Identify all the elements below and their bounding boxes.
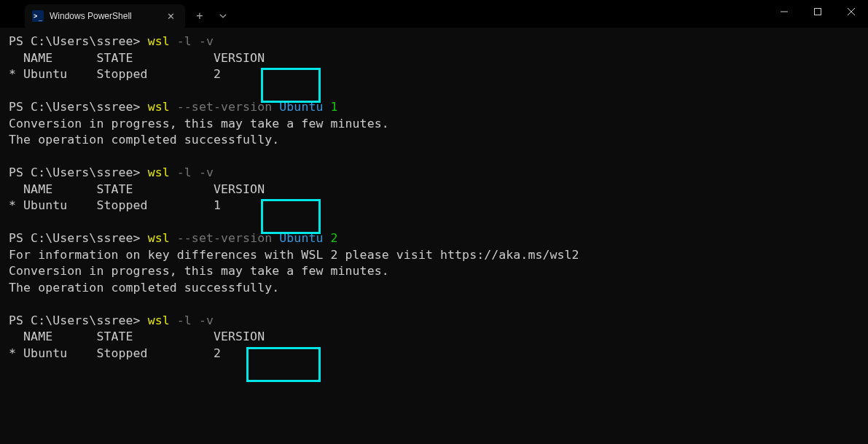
svg-rect-1 [815,9,821,15]
maximize-button[interactable] [801,0,834,23]
table-header: NAME STATE VERSION [9,329,859,346]
command-line: PS C:\Users\ssree> wsl -l -v [9,34,859,50]
output-line: The operation completed successfully. [9,132,859,149]
terminal-window: Windows PowerShell ✕ + PS C:\Users\ssree… [0,0,868,444]
titlebar[interactable]: Windows PowerShell ✕ + [0,0,868,28]
minimize-icon [781,8,788,15]
terminal-output[interactable]: PS C:\Users\ssree> wsl -l -v NAME STATE … [0,28,868,444]
tab-controls: + [188,4,235,28]
command-line: PS C:\Users\ssree> wsl --set-version Ubu… [9,99,859,116]
output-line: The operation completed successfully. [9,280,859,297]
minimize-button[interactable] [767,0,801,23]
chevron-down-icon [219,12,227,20]
blank-line [9,296,859,313]
maximize-icon [814,8,821,15]
table-header: NAME STATE VERSION [9,50,859,67]
output-line: Conversion in progress, this may take a … [9,263,859,280]
output-line: For information on key differences with … [9,247,859,264]
command-line: PS C:\Users\ssree> wsl --set-version Ubu… [9,230,859,247]
blank-line [9,214,859,231]
command-line: PS C:\Users\ssree> wsl -l -v [9,313,859,330]
new-tab-button[interactable]: + [188,6,211,26]
blank-line [9,83,859,100]
blank-line [9,149,859,165]
table-header: NAME STATE VERSION [9,182,859,198]
table-row: * Ubuntu Stopped 2 [9,66,859,83]
tab-dropdown-button[interactable] [211,6,235,26]
output-line: Conversion in progress, this may take a … [9,116,859,133]
window-controls [767,0,868,23]
tab-title: Windows PowerShell [50,11,159,21]
close-tab-icon[interactable]: ✕ [165,11,176,22]
command-line: PS C:\Users\ssree> wsl -l -v [9,165,859,182]
powershell-icon [32,10,44,22]
table-row: * Ubuntu Stopped 1 [9,198,859,214]
table-row: * Ubuntu Stopped 2 [9,346,859,362]
close-icon [848,8,855,15]
close-button[interactable] [834,0,868,23]
tab-powershell[interactable]: Windows PowerShell ✕ [25,4,185,28]
